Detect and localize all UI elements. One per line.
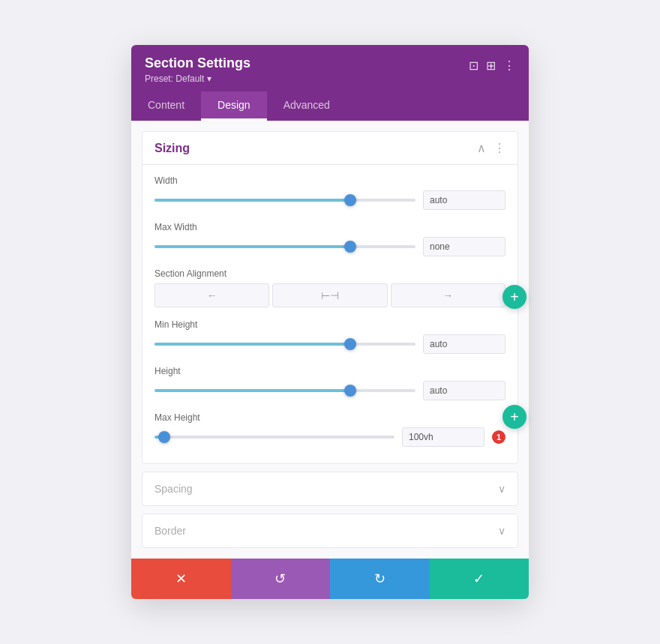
section-more-icon[interactable]: ⋮: [494, 141, 506, 155]
spacing-header[interactable]: Spacing ∨: [142, 472, 518, 505]
tabs: Content Design Advanced: [131, 91, 529, 121]
panel-header-left: Section Settings Preset: Default ▾: [145, 55, 250, 85]
min-height-input[interactable]: [423, 334, 506, 354]
height-slider[interactable]: [154, 383, 416, 398]
border-title: Border: [154, 525, 186, 537]
max-width-label: Max Width: [154, 222, 506, 232]
height-row: [154, 381, 506, 400]
sizing-section-header: Sizing ∧ ⋮: [142, 132, 518, 165]
spacing-chevron: ∨: [498, 483, 506, 495]
error-badge: 1: [492, 430, 506, 444]
width-label: Width: [154, 175, 506, 186]
width-slider[interactable]: [154, 193, 416, 208]
add-button-1[interactable]: +: [502, 285, 526, 309]
min-height-field: Min Height: [154, 319, 506, 354]
spacing-section: Spacing ∨: [142, 472, 518, 506]
sizing-header-icons: ∧ ⋮: [477, 141, 506, 155]
alignment-field: Section Alignment ← ⊢⊣ →: [154, 268, 506, 307]
max-width-input[interactable]: [423, 237, 506, 256]
panel-header-icons: ⊡ ⊞ ⋮: [469, 58, 515, 73]
width-field: Width: [154, 175, 506, 210]
min-height-slider[interactable]: [154, 337, 416, 352]
align-right-button[interactable]: →: [391, 283, 506, 307]
redo-button[interactable]: ↻: [330, 559, 430, 599]
save-button[interactable]: ✓: [430, 559, 530, 599]
layout-icon[interactable]: ⊞: [486, 58, 496, 73]
max-height-row: 1: [154, 427, 506, 447]
alignment-label: Section Alignment: [154, 268, 506, 279]
align-left-button[interactable]: ←: [154, 283, 269, 307]
cancel-button[interactable]: ✕: [131, 559, 231, 599]
sizing-section: Sizing ∧ ⋮ Width: [142, 131, 518, 464]
section-settings-panel: Section Settings Preset: Default ▾ ⊡ ⊞ ⋮…: [131, 45, 529, 600]
width-input[interactable]: [423, 190, 506, 210]
sizing-content: Width Max Width: [142, 165, 518, 463]
max-width-slider[interactable]: [154, 239, 416, 254]
preset-dropdown[interactable]: Preset: Default ▾: [145, 73, 250, 84]
min-height-row: [154, 334, 506, 354]
tab-design[interactable]: Design: [201, 91, 267, 121]
alignment-buttons: ← ⊢⊣ →: [154, 283, 506, 307]
max-width-row: [154, 237, 506, 256]
max-height-slider[interactable]: [154, 430, 394, 445]
more-icon[interactable]: ⋮: [503, 58, 515, 73]
add-button-2[interactable]: +: [502, 405, 526, 429]
screenshot-icon[interactable]: ⊡: [469, 58, 478, 73]
panel-header: Section Settings Preset: Default ▾ ⊡ ⊞ ⋮: [131, 45, 529, 92]
height-label: Height: [154, 366, 506, 376]
min-height-label: Min Height: [154, 319, 506, 330]
spacing-title: Spacing: [154, 483, 193, 495]
collapse-icon[interactable]: ∧: [477, 141, 486, 155]
max-width-field: Max Width: [154, 222, 506, 256]
reset-button[interactable]: ↺: [231, 559, 331, 599]
height-input[interactable]: [423, 381, 506, 400]
max-height-field: Max Height 1: [154, 412, 506, 447]
max-height-label: Max Height: [154, 412, 506, 423]
height-field: Height: [154, 366, 506, 400]
border-chevron: ∨: [498, 525, 506, 537]
panel-body: Sizing ∧ ⋮ Width: [131, 121, 529, 559]
panel-title: Section Settings: [145, 55, 250, 72]
sizing-title: Sizing: [154, 142, 190, 155]
tab-advanced[interactable]: Advanced: [267, 91, 346, 121]
border-section: Border ∨: [142, 514, 518, 548]
panel-footer: ✕ ↺ ↻ ✓: [131, 559, 529, 599]
align-center-button[interactable]: ⊢⊣: [272, 283, 387, 307]
max-height-input[interactable]: [402, 427, 484, 447]
tab-content[interactable]: Content: [131, 91, 201, 121]
width-row: [154, 190, 506, 210]
border-header[interactable]: Border ∨: [142, 514, 518, 547]
